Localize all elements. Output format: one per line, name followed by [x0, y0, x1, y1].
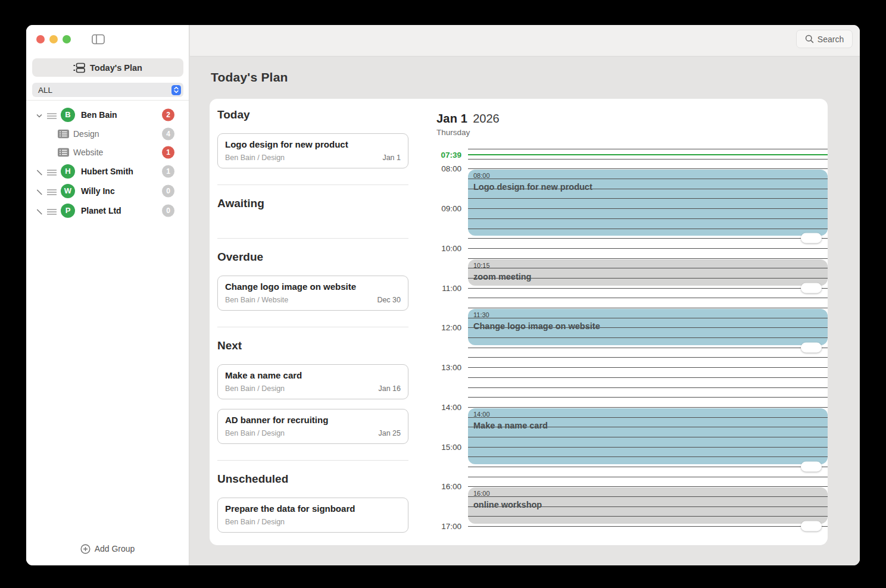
event-resize-handle[interactable]: [801, 521, 822, 531]
close-window-button[interactable]: [36, 35, 45, 43]
chevron-right-icon[interactable]: [36, 187, 43, 195]
grid-line: [468, 526, 828, 527]
drag-handle-icon[interactable]: [46, 207, 57, 214]
drag-handle-icon[interactable]: [46, 187, 57, 195]
hour-label: 17:00: [412, 522, 461, 531]
group-filter-select[interactable]: ALL: [32, 83, 183, 97]
calendar-event[interactable]: 08:00Logo design for new product: [468, 170, 828, 236]
avatar: W: [61, 184, 75, 198]
calendar-event[interactable]: 10:15zoom meeting: [468, 259, 828, 286]
sidebar-group-planet-ltd[interactable]: PPlanet Ltd0: [26, 201, 189, 220]
drag-handle-icon[interactable]: [46, 111, 57, 118]
sidebar-project-design[interactable]: Design4: [26, 124, 189, 143]
count-badge: 1: [162, 146, 174, 158]
task-title: Make a name card: [225, 370, 401, 380]
grid-line: [468, 159, 828, 159]
event-resize-handle[interactable]: [801, 342, 822, 352]
task-card[interactable]: AD banner for recruitingBen Bain / Desig…: [217, 409, 408, 444]
section-next: NextMake a name cardBen Bain / DesignJan…: [217, 327, 408, 461]
task-card[interactable]: Make a name cardBen Bain / DesignJan 16: [217, 364, 408, 399]
grid-line: [468, 318, 828, 318]
section-title: Unscheduled: [217, 473, 408, 486]
calendar-grid: 08:00Logo design for new product10:15zoo…: [468, 99, 828, 542]
drag-handle-icon[interactable]: [46, 168, 57, 175]
task-title: AD banner for recruiting: [225, 415, 401, 425]
avatar: H: [61, 164, 75, 179]
grid-line: [468, 357, 828, 358]
plan-card: TodayLogo design for new productBen Bain…: [210, 99, 828, 545]
grid-line: [468, 506, 828, 507]
grid-line: [468, 477, 828, 477]
add-icon: [80, 544, 91, 554]
grid-line: [468, 496, 828, 497]
zoom-window-button[interactable]: [63, 35, 71, 43]
grid-line: [468, 238, 828, 239]
task-due-date: Jan 1: [382, 154, 401, 162]
grid-line: [468, 288, 828, 289]
section-awaiting: Awaiting: [217, 185, 408, 239]
todays-plan-button[interactable]: Today's Plan: [32, 58, 183, 77]
task-sections: TodayLogo design for new productBen Bain…: [217, 99, 408, 549]
task-meta-row: Ben Bain / DesignJan 25: [225, 429, 401, 437]
add-group-label: Add Group: [95, 544, 135, 553]
grid-line: [468, 248, 828, 249]
current-time-label: 07:39: [412, 151, 461, 159]
grid-line: [468, 268, 828, 268]
count-badge: 2: [162, 108, 174, 121]
grid-line: [468, 327, 828, 328]
chevron-right-icon[interactable]: [36, 168, 43, 175]
task-meta-row: Ben Bain / Design: [225, 518, 401, 526]
task-title: Change logo image on website: [225, 282, 401, 292]
event-resize-handle[interactable]: [801, 283, 822, 293]
sidebar-group-ben-bain[interactable]: BBen Bain2: [26, 105, 189, 124]
grid-line: [468, 437, 828, 437]
grid-line: [468, 456, 828, 457]
grid-line: [468, 516, 828, 517]
event-resize-handle[interactable]: [801, 233, 822, 243]
group-name: Planet Ltd: [81, 206, 121, 215]
task-title: Prepare the data for signboard: [225, 503, 401, 514]
hour-label: 09:00: [412, 204, 461, 213]
project-list-icon: [58, 129, 69, 138]
task-assignee: Ben Bain / Design: [225, 518, 285, 526]
grid-line: [468, 407, 828, 408]
group-filter-value: ALL: [38, 86, 52, 95]
sidebar-group-hubert-smith[interactable]: HHubert Smith1: [26, 161, 189, 181]
section-title: Awaiting: [217, 197, 408, 210]
minimize-window-button[interactable]: [49, 35, 58, 43]
hour-label: 14:00: [412, 402, 461, 411]
group-name: Willy Inc: [81, 186, 115, 196]
group-name: Hubert Smith: [81, 167, 133, 176]
search-button-label: Search: [818, 35, 844, 44]
search-button[interactable]: Search: [796, 30, 853, 48]
sidebar: Today's Plan ALL BBen Bain2 Design4 Webs…: [26, 25, 189, 565]
add-group-button[interactable]: Add Group: [26, 540, 189, 557]
event-title: Change logo image on website: [473, 321, 600, 331]
chevron-down-icon[interactable]: [36, 111, 43, 118]
sidebar-group-willy-inc[interactable]: WWilly Inc0: [26, 181, 189, 201]
grid-line: [468, 218, 828, 219]
event-resize-handle[interactable]: [801, 462, 822, 472]
hour-label: 11:00: [412, 283, 461, 292]
group-list: BBen Bain2 Design4 Website1 HHubert Smit…: [26, 105, 189, 220]
grid-line: [468, 377, 828, 378]
chevron-right-icon[interactable]: [36, 207, 43, 214]
task-card[interactable]: Prepare the data for signboardBen Bain /…: [217, 498, 408, 533]
calendar-event[interactable]: 11:30Change logo image on website: [468, 309, 828, 345]
main-content: Today's Plan TodayLogo design for new pr…: [190, 57, 860, 565]
calendar-event[interactable]: 16:00online workshop: [468, 487, 828, 524]
grid-line: [468, 149, 828, 149]
avatar: P: [61, 204, 75, 218]
section-overdue: OverdueChange logo image on websiteBen B…: [217, 239, 408, 327]
todays-plan-button-label: Today's Plan: [90, 63, 142, 73]
sidebar-project-website[interactable]: Website1: [26, 143, 189, 161]
count-badge: 4: [162, 127, 174, 140]
event-title: Logo design for new product: [473, 182, 592, 192]
task-card[interactable]: Change logo image on websiteBen Bain / W…: [217, 276, 408, 311]
grid-line: [468, 417, 828, 418]
grid-line: [468, 258, 828, 259]
count-badge: 0: [162, 204, 174, 217]
task-card[interactable]: Logo design for new productBen Bain / De…: [217, 133, 408, 168]
sidebar-toggle-icon[interactable]: [92, 34, 105, 45]
current-time-line: [468, 154, 828, 155]
